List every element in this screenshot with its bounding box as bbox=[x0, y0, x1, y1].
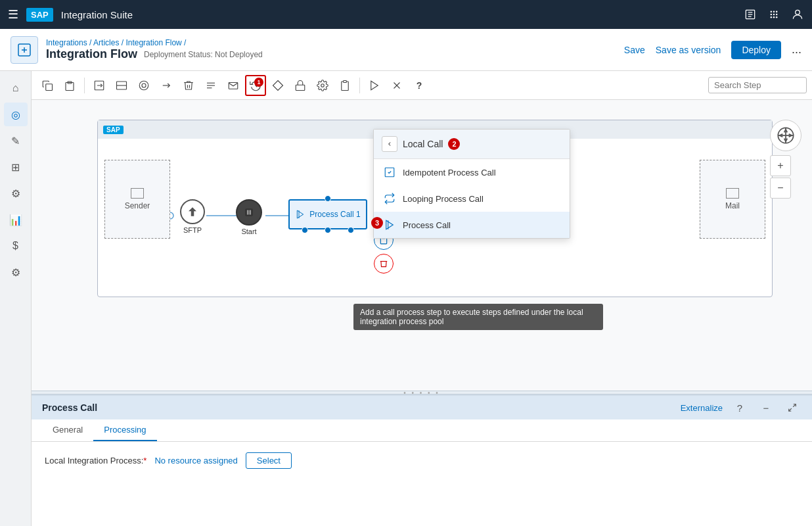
delete-button[interactable] bbox=[178, 75, 199, 96]
select-button[interactable]: Select bbox=[246, 452, 292, 469]
sidebar-chart-icon[interactable]: 📊 bbox=[4, 208, 28, 231]
deployment-status: Deployment Status: Not Deployed bbox=[144, 50, 263, 59]
svg-point-6 bbox=[776, 11, 778, 13]
more-actions-button[interactable]: ... bbox=[792, 43, 801, 57]
security-button[interactable] bbox=[290, 75, 311, 96]
compass-control[interactable] bbox=[770, 120, 801, 151]
help-button[interactable]: ? bbox=[409, 75, 430, 96]
page-header: Integrations / Articles / Integration Fl… bbox=[0, 29, 812, 71]
sidebar-settings-icon[interactable]: ⚙ bbox=[4, 260, 28, 284]
svg-point-7 bbox=[771, 14, 773, 16]
svg-point-8 bbox=[773, 14, 775, 16]
start-label: Start bbox=[241, 227, 256, 235]
user-icon[interactable] bbox=[791, 8, 804, 21]
save-button[interactable]: Save bbox=[624, 45, 645, 55]
process-call-icon bbox=[383, 218, 396, 231]
svg-rect-15 bbox=[46, 84, 53, 90]
sftp-node[interactable]: SFTP bbox=[180, 199, 205, 234]
form-row-local-process: Local Integration Process:* No resource … bbox=[45, 452, 799, 469]
dropdown-back-button[interactable] bbox=[382, 136, 397, 152]
zoom-controls: + − bbox=[770, 155, 801, 199]
sep2 bbox=[359, 78, 360, 93]
import-button[interactable] bbox=[89, 75, 110, 96]
sidebar-edit-icon[interactable]: ✎ bbox=[4, 129, 28, 153]
svg-point-5 bbox=[773, 11, 775, 13]
pool-button[interactable] bbox=[111, 75, 132, 96]
dropdown-header: Local Call 2 bbox=[374, 130, 570, 159]
minimize-panel-button[interactable]: − bbox=[757, 398, 775, 417]
pages-icon[interactable] bbox=[744, 8, 757, 21]
zoom-in-button[interactable]: + bbox=[770, 155, 791, 176]
svg-marker-28 bbox=[273, 80, 283, 90]
process-call-label: Process Call 1 bbox=[309, 210, 360, 219]
header-actions: Save Save as version Deploy ... bbox=[624, 41, 801, 59]
svg-point-9 bbox=[776, 14, 778, 16]
nav-controls: + − bbox=[770, 120, 801, 199]
hamburger-icon[interactable]: ☰ bbox=[8, 7, 18, 22]
dropdown-item-process-call[interactable]: 3 Process Call bbox=[374, 212, 570, 238]
svg-line-61 bbox=[789, 408, 792, 411]
svg-point-11 bbox=[773, 16, 775, 18]
copy-button[interactable] bbox=[37, 75, 58, 96]
tab-general[interactable]: General bbox=[42, 419, 93, 441]
svg-marker-45 bbox=[298, 210, 304, 218]
message-button[interactable] bbox=[200, 75, 221, 96]
sender-label: Sender bbox=[125, 201, 150, 210]
expand-panel-button[interactable] bbox=[783, 398, 801, 417]
zoom-out-button[interactable]: − bbox=[770, 178, 791, 199]
save-version-button[interactable]: Save as version bbox=[656, 45, 721, 55]
deploy-button[interactable]: Deploy bbox=[731, 41, 781, 59]
sidebar-dollar-icon[interactable]: $ bbox=[4, 234, 28, 258]
tab-processing[interactable]: Processing bbox=[93, 419, 156, 441]
search-step-input[interactable] bbox=[708, 77, 807, 93]
idempotent-label: Idempotent Process Call bbox=[403, 168, 496, 178]
svg-rect-29 bbox=[296, 85, 305, 90]
event-button[interactable] bbox=[133, 75, 154, 96]
apps-icon[interactable] bbox=[767, 8, 780, 21]
clipboard3-button[interactable] bbox=[334, 75, 355, 96]
canvas-wrapper: 1 ? bbox=[32, 71, 812, 526]
svg-rect-31 bbox=[344, 80, 347, 82]
breadcrumb: Integrations / Articles / Integration Fl… bbox=[46, 38, 263, 47]
svg-marker-32 bbox=[371, 81, 378, 90]
looping-icon bbox=[383, 192, 396, 205]
dropdown-badge: 2 bbox=[448, 138, 460, 150]
svg-point-13 bbox=[796, 10, 800, 14]
send-button[interactable] bbox=[223, 75, 244, 96]
dropdown-menu: Local Call 2 Idempotent Process Call Loo… bbox=[373, 129, 570, 239]
app-title: Integration Suite bbox=[61, 9, 133, 20]
bottom-panel-form: Local Integration Process:* No resource … bbox=[32, 442, 812, 479]
help-panel-button[interactable]: ? bbox=[731, 398, 749, 417]
sidebar-search-icon[interactable]: ◎ bbox=[4, 103, 28, 126]
paste-button[interactable] bbox=[59, 75, 80, 96]
left-sidebar: ⌂ ◎ ✎ ⊞ ⚙ 📊 $ ⚙ bbox=[0, 71, 32, 526]
dropdown-item-idempotent[interactable]: Idempotent Process Call bbox=[374, 159, 570, 185]
play-button[interactable] bbox=[364, 75, 385, 96]
toolbar: 1 ? bbox=[32, 71, 812, 100]
start-node[interactable]: Start bbox=[236, 199, 262, 235]
process-call-step-badge: 3 bbox=[371, 217, 383, 229]
sidebar-filter-icon[interactable]: ⚙ bbox=[4, 181, 28, 205]
settings2-button[interactable] bbox=[312, 75, 333, 96]
sidebar-home-icon[interactable]: ⌂ bbox=[4, 76, 28, 100]
node-action-delete[interactable] bbox=[374, 254, 394, 274]
sequence-button[interactable] bbox=[156, 75, 177, 96]
stop-button[interactable] bbox=[386, 75, 407, 96]
top-nav-actions bbox=[744, 8, 804, 21]
looping-label: Looping Process Call bbox=[403, 194, 484, 204]
call-badge: 1 bbox=[254, 78, 263, 87]
dropdown-item-looping[interactable]: Looping Process Call bbox=[374, 185, 570, 212]
bottom-panel-actions: Externalize ? − bbox=[681, 398, 801, 417]
sidebar-layers-icon[interactable]: ⊞ bbox=[4, 155, 28, 179]
header-text: Integrations / Articles / Integration Fl… bbox=[46, 38, 263, 61]
svg-point-21 bbox=[139, 81, 148, 90]
externalize-button[interactable]: Externalize bbox=[681, 403, 723, 413]
bottom-panel-title: Process Call bbox=[42, 402, 97, 413]
process-call-node[interactable]: Process Call 1 bbox=[288, 199, 367, 229]
page-title: Integration Flow bbox=[46, 47, 137, 61]
call-button[interactable]: 1 bbox=[245, 75, 266, 96]
sender-box: Sender bbox=[104, 160, 170, 239]
gateway-button[interactable] bbox=[267, 75, 288, 96]
process-call-menu-label: Process Call bbox=[403, 220, 451, 230]
form-label-local-process: Local Integration Process:* bbox=[45, 456, 147, 466]
